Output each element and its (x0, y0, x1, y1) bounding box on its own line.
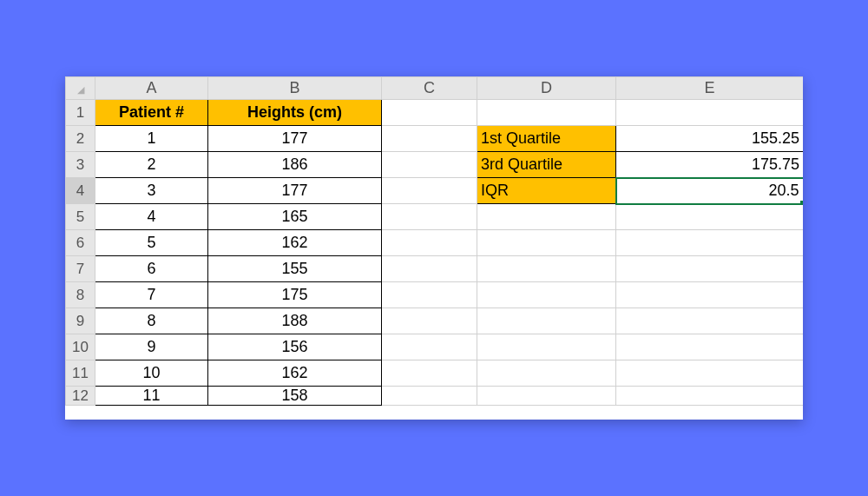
cell-C10[interactable] (382, 334, 477, 360)
row-header[interactable]: 1 (66, 100, 95, 126)
row-header[interactable]: 12 (66, 387, 95, 406)
cell-D11[interactable] (477, 360, 616, 387)
cell-A10[interactable]: 9 (95, 334, 208, 360)
cell-C8[interactable] (382, 282, 477, 308)
row-6[interactable]: 6 5 162 (66, 230, 804, 256)
cell-D8[interactable] (477, 282, 616, 308)
cell-D4[interactable]: IQR (477, 178, 616, 204)
cell-C9[interactable] (382, 308, 477, 334)
cell-E1[interactable] (616, 100, 804, 126)
row-1[interactable]: 1 Patient # Heights (cm) (66, 100, 804, 126)
row-header[interactable]: 2 (66, 126, 95, 152)
cell-C4[interactable] (382, 178, 477, 204)
cell-C7[interactable] (382, 256, 477, 282)
row-7[interactable]: 7 6 155 (66, 256, 804, 282)
cell-D10[interactable] (477, 334, 616, 360)
col-header-E[interactable]: E (616, 77, 804, 100)
row-header[interactable]: 6 (66, 230, 95, 256)
column-header-row[interactable]: A B C D E (66, 77, 804, 100)
cell-B1[interactable]: Heights (cm) (208, 100, 382, 126)
cell-E9[interactable] (616, 308, 804, 334)
cell-E2[interactable]: 155.25 (616, 126, 804, 152)
spreadsheet-grid[interactable]: A B C D E 1 Patient # Heights (cm) 2 1 1… (65, 76, 803, 406)
cell-C2[interactable] (382, 126, 477, 152)
cell-C12[interactable] (382, 387, 477, 406)
cell-B2[interactable]: 177 (208, 126, 382, 152)
cell-D7[interactable] (477, 256, 616, 282)
row-header[interactable]: 11 (66, 360, 95, 387)
row-8[interactable]: 8 7 175 (66, 282, 804, 308)
row-header[interactable]: 9 (66, 308, 95, 334)
cell-E10[interactable] (616, 334, 804, 360)
cell-A9[interactable]: 8 (95, 308, 208, 334)
cell-B11[interactable]: 162 (208, 360, 382, 387)
row-3[interactable]: 3 2 186 3rd Quartile 175.75 (66, 152, 804, 178)
col-header-B[interactable]: B (208, 77, 382, 100)
row-5[interactable]: 5 4 165 (66, 204, 804, 230)
cell-B6[interactable]: 162 (208, 230, 382, 256)
cell-B5[interactable]: 165 (208, 204, 382, 230)
cell-C6[interactable] (382, 230, 477, 256)
col-header-D[interactable]: D (477, 77, 616, 100)
col-header-A[interactable]: A (95, 77, 208, 100)
cell-E7[interactable] (616, 256, 804, 282)
row-2[interactable]: 2 1 177 1st Quartile 155.25 (66, 126, 804, 152)
cell-E6[interactable] (616, 230, 804, 256)
cell-B7[interactable]: 155 (208, 256, 382, 282)
cell-B4[interactable]: 177 (208, 178, 382, 204)
row-header[interactable]: 7 (66, 256, 95, 282)
cell-E8[interactable] (616, 282, 804, 308)
cell-E11[interactable] (616, 360, 804, 387)
cell-D6[interactable] (477, 230, 616, 256)
cell-D9[interactable] (477, 308, 616, 334)
cell-D5[interactable] (477, 204, 616, 230)
cell-D1[interactable] (477, 100, 616, 126)
cell-E4-active[interactable]: 20.5 (616, 178, 804, 204)
cell-E5[interactable] (616, 204, 804, 230)
row-header[interactable]: 10 (66, 334, 95, 360)
cell-A12[interactable]: 11 (95, 387, 208, 406)
cell-A4[interactable]: 3 (95, 178, 208, 204)
row-11[interactable]: 11 10 162 (66, 360, 804, 387)
cell-A3[interactable]: 2 (95, 152, 208, 178)
spreadsheet-window: A B C D E 1 Patient # Heights (cm) 2 1 1… (65, 76, 803, 420)
cell-C11[interactable] (382, 360, 477, 387)
cell-C5[interactable] (382, 204, 477, 230)
cell-D12[interactable] (477, 387, 616, 406)
col-header-C[interactable]: C (382, 77, 477, 100)
row-header[interactable]: 3 (66, 152, 95, 178)
cell-B9[interactable]: 188 (208, 308, 382, 334)
select-all-corner[interactable] (66, 77, 95, 100)
cell-A7[interactable]: 6 (95, 256, 208, 282)
row-header[interactable]: 5 (66, 204, 95, 230)
cell-B10[interactable]: 156 (208, 334, 382, 360)
cell-A2[interactable]: 1 (95, 126, 208, 152)
row-header[interactable]: 8 (66, 282, 95, 308)
cell-E3[interactable]: 175.75 (616, 152, 804, 178)
row-4[interactable]: 4 3 177 IQR 20.5 (66, 178, 804, 204)
cell-A6[interactable]: 5 (95, 230, 208, 256)
cell-C1[interactable] (382, 100, 477, 126)
cell-C3[interactable] (382, 152, 477, 178)
row-12[interactable]: 12 11 158 (66, 387, 804, 406)
cell-A11[interactable]: 10 (95, 360, 208, 387)
row-10[interactable]: 10 9 156 (66, 334, 804, 360)
cell-B8[interactable]: 175 (208, 282, 382, 308)
cell-B3[interactable]: 186 (208, 152, 382, 178)
cell-D2[interactable]: 1st Quartile (477, 126, 616, 152)
row-header[interactable]: 4 (66, 178, 95, 204)
cell-A1[interactable]: Patient # (95, 100, 208, 126)
cell-A8[interactable]: 7 (95, 282, 208, 308)
cell-D3[interactable]: 3rd Quartile (477, 152, 616, 178)
cell-A5[interactable]: 4 (95, 204, 208, 230)
cell-E12[interactable] (616, 387, 804, 406)
cell-B12[interactable]: 158 (208, 387, 382, 406)
row-9[interactable]: 9 8 188 (66, 308, 804, 334)
